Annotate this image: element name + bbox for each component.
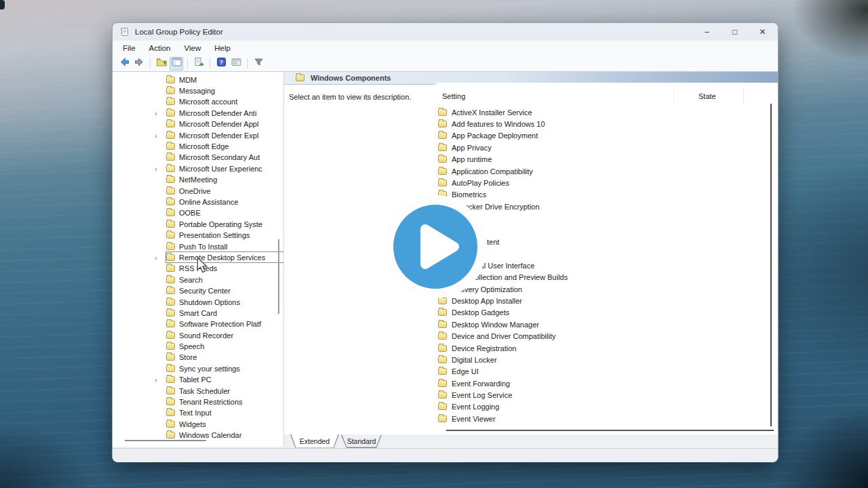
settings-list-row[interactable]: Add features to Windows 10: [433, 118, 778, 129]
settings-list-row[interactable]: App runtime: [433, 154, 778, 165]
settings-list-row[interactable]: Device Registration: [433, 342, 778, 354]
list-vertical-scrollbar[interactable]: [770, 104, 772, 426]
menu-action[interactable]: Action: [142, 44, 178, 52]
tree-item[interactable]: Store: [113, 352, 283, 363]
tree-item-body[interactable]: Push To Install: [166, 241, 283, 251]
tree-item[interactable]: MDM: [113, 75, 283, 85]
tree-item-body[interactable]: MDM: [166, 75, 283, 85]
tree-item-body[interactable]: Store: [166, 352, 283, 363]
tree-item[interactable]: Microsoft account: [113, 96, 283, 107]
settings-list-row[interactable]: Event Viewer: [433, 413, 778, 424]
tree-item-body[interactable]: Search: [166, 274, 283, 285]
tree-item[interactable]: Windows Calendar: [113, 430, 283, 441]
back-button[interactable]: [117, 57, 131, 70]
tree-item-body[interactable]: Security Center: [166, 286, 283, 296]
video-play-button[interactable]: [384, 195, 487, 298]
tree-item[interactable]: Online Assistance: [113, 197, 283, 207]
settings-list-row[interactable]: App Privacy: [433, 142, 778, 153]
tree-item-body[interactable]: Windows Calendar: [166, 430, 283, 441]
tree-item-body[interactable]: Tablet PC: [166, 375, 283, 385]
tree-item[interactable]: Microsoft Edge: [113, 141, 283, 152]
menu-help[interactable]: Help: [208, 44, 237, 52]
tree-item[interactable]: Presentation Settings: [113, 230, 283, 241]
settings-list-row[interactable]: Digital Locker: [433, 354, 778, 365]
tree-item[interactable]: Microsoft Defender Appl: [113, 119, 283, 129]
tree-item-body[interactable]: Presentation Settings: [166, 230, 283, 241]
tree-item[interactable]: Sync your settings: [113, 363, 283, 374]
window-titlebar[interactable]: Local Group Policy Editor – □ ✕: [113, 23, 778, 41]
tree-item-body[interactable]: Microsoft User Experienc: [166, 163, 283, 174]
tree-item[interactable]: Push To Install: [113, 241, 283, 251]
tree-item-body[interactable]: OOBE: [166, 208, 283, 218]
tree-item-body[interactable]: Microsoft Edge: [166, 142, 283, 152]
chevron-right-icon[interactable]: ›: [155, 131, 166, 140]
tree-item-body[interactable]: Online Assistance: [166, 197, 283, 207]
tree-item-body[interactable]: Sync your settings: [166, 363, 283, 373]
tree-item-body[interactable]: Microsoft Secondary Aut: [166, 152, 283, 163]
chevron-right-icon[interactable]: ›: [155, 109, 166, 117]
settings-list-row[interactable]: Desktop Window Manager: [433, 319, 778, 330]
menu-view[interactable]: View: [178, 44, 208, 52]
tree-item[interactable]: Messaging: [113, 85, 283, 96]
tree-item[interactable]: Software Protection Platf: [113, 319, 283, 329]
tree-item[interactable]: OneDrive: [113, 185, 283, 196]
tree-item-body[interactable]: Task Scheduler: [166, 386, 283, 396]
settings-list-row[interactable]: Event Log Service: [433, 389, 778, 401]
tree-item-body[interactable]: Smart Card: [166, 308, 283, 318]
tree-item[interactable]: Shutdown Options: [113, 296, 283, 307]
tree-item[interactable]: Text Input: [113, 407, 283, 418]
tree-item[interactable]: Smart Card: [113, 308, 283, 319]
chevron-right-icon[interactable]: ›: [155, 253, 166, 262]
export-list-button[interactable]: [192, 57, 205, 70]
tree-item[interactable]: Sound Recorder: [113, 329, 283, 340]
tree-item[interactable]: Speech: [113, 341, 283, 352]
minimize-button[interactable]: –: [693, 23, 721, 41]
tree-item-body[interactable]: Widgets: [166, 419, 283, 429]
tree-item[interactable]: ›Microsoft User Experienc: [113, 163, 283, 174]
tree-item-body[interactable]: Text Input: [166, 408, 283, 418]
tree-item[interactable]: Widgets: [113, 419, 283, 430]
up-one-level-button[interactable]: [155, 57, 168, 70]
chevron-right-icon[interactable]: ›: [155, 375, 166, 384]
settings-list-row[interactable]: AutoPlay Policies: [433, 177, 778, 188]
settings-list-row[interactable]: Device and Driver Compatibility: [433, 330, 778, 342]
settings-list-row[interactable]: Event Logging: [433, 401, 778, 413]
tree-item[interactable]: ›Microsoft Defender Anti: [113, 108, 283, 119]
tab-extended[interactable]: Extended: [290, 434, 339, 449]
settings-list-row[interactable]: Event Forwarding: [433, 378, 778, 389]
tree-item[interactable]: Tenant Restrictions: [113, 396, 283, 407]
tree-item[interactable]: ›Tablet PC: [113, 374, 283, 385]
column-header-state[interactable]: State: [698, 92, 716, 100]
column-header-setting[interactable]: Setting: [442, 92, 465, 100]
tree-item-body[interactable]: Microsoft Defender Anti: [166, 108, 283, 118]
tree-item-body[interactable]: Tenant Restrictions: [166, 397, 283, 407]
tree-item[interactable]: OOBE: [113, 207, 283, 218]
tree-item-focused-body[interactable]: Remote Desktop Services: [166, 252, 283, 262]
tree-item-body[interactable]: Messaging: [166, 86, 283, 96]
settings-list-row[interactable]: Edge UI: [433, 366, 778, 378]
tree-item-body[interactable]: NetMeeting: [166, 175, 283, 185]
help-button[interactable]: ?: [214, 57, 228, 70]
settings-list-row[interactable]: ActiveX Installer Service: [433, 106, 778, 118]
tree-item[interactable]: Security Center: [113, 285, 283, 296]
tree-item-body[interactable]: Speech: [166, 342, 283, 352]
tree-item-body[interactable]: Microsoft Defender Expl: [166, 130, 283, 140]
filter-button[interactable]: [252, 57, 265, 70]
tree-item[interactable]: ›Microsoft Defender Expl: [113, 129, 283, 140]
tree-vertical-scrollbar[interactable]: [278, 239, 279, 314]
menu-file[interactable]: File: [116, 44, 142, 52]
tree-item-body[interactable]: Microsoft Defender Appl: [166, 119, 283, 129]
tree-item-body[interactable]: Portable Operating Syste: [166, 219, 283, 229]
maximize-button[interactable]: □: [721, 23, 749, 41]
tree-item-body[interactable]: Microsoft account: [166, 97, 283, 107]
tree-item-body[interactable]: OneDrive: [166, 186, 283, 196]
forward-button[interactable]: [132, 57, 146, 70]
tree-item[interactable]: NetMeeting: [113, 174, 283, 185]
chevron-right-icon[interactable]: ›: [155, 165, 166, 173]
tree-horizontal-scrollbar[interactable]: [125, 440, 206, 441]
list-horizontal-scrollbar[interactable]: [446, 430, 774, 431]
close-button[interactable]: ✕: [749, 23, 776, 41]
show-console-tree-button[interactable]: [170, 57, 183, 70]
tree-item-body[interactable]: Shutdown Options: [166, 297, 283, 307]
settings-list-row[interactable]: Desktop Gadgets: [433, 307, 778, 319]
